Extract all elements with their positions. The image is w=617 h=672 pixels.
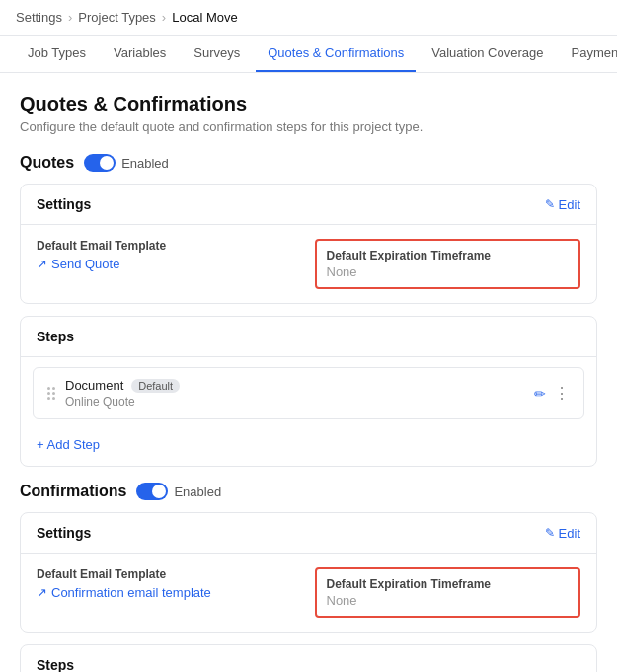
confirmations-email-template-cell: Default Email Template ↗ Confirmation em… <box>37 567 303 618</box>
edit-pencil-icon-2: ✎ <box>545 526 555 540</box>
confirmations-expiration-label: Default Expiration Timeframe <box>327 577 570 591</box>
edit-pencil-icon: ✎ <box>545 197 555 211</box>
quotes-settings-card-header: Settings ✎ Edit <box>21 185 596 225</box>
quotes-toggle[interactable]: Enabled <box>84 154 169 172</box>
quotes-add-step: + Add Step <box>21 429 596 466</box>
confirmations-settings-card-header: Settings ✎ Edit <box>21 513 596 554</box>
confirmations-edit-label: Edit <box>559 526 580 541</box>
breadcrumb: Settings › Project Types › Local Move <box>0 0 617 36</box>
confirmations-email-template-label: Default Email Template <box>37 567 303 581</box>
drag-dot <box>52 392 55 395</box>
breadcrumb-sep-2: › <box>162 10 166 25</box>
quotes-toggle-label: Enabled <box>121 156 169 171</box>
quotes-step-edit-icon[interactable]: ✏ <box>534 386 546 402</box>
quotes-step-badge: Default <box>131 379 180 393</box>
drag-dots <box>47 387 55 400</box>
confirmations-steps-title: Steps <box>37 657 74 672</box>
breadcrumb-sep-1: › <box>68 10 72 25</box>
confirmations-settings-grid: Default Email Template ↗ Confirmation em… <box>21 554 596 632</box>
quotes-steps-title: Steps <box>37 329 74 344</box>
quotes-send-quote-link[interactable]: ↗ Send Quote <box>37 257 303 271</box>
confirmations-section-header: Confirmations Enabled <box>20 483 597 500</box>
drag-dot <box>47 392 50 395</box>
quotes-steps-card: Steps <box>20 316 597 467</box>
quotes-step-more-icon[interactable]: ⋮ <box>554 384 570 403</box>
confirmations-edit-button[interactable]: ✎ Edit <box>545 526 580 541</box>
confirmations-settings-title: Settings <box>37 525 91 541</box>
confirmations-expiration-highlight: Default Expiration Timeframe None <box>315 567 581 618</box>
quotes-settings-title: Settings <box>37 196 91 212</box>
main-content: Quotes & Confirmations Configure the def… <box>0 73 617 672</box>
confirmations-expiration-cell: Default Expiration Timeframe None <box>315 567 581 618</box>
breadcrumb-project-types[interactable]: Project Types <box>78 10 156 25</box>
breadcrumb-local-move: Local Move <box>172 10 237 25</box>
confirmations-section-title: Confirmations <box>20 483 126 500</box>
confirmations-settings-card: Settings ✎ Edit Default Email Template ↗… <box>20 512 597 633</box>
quotes-settings-grid: Default Email Template ↗ Send Quote Defa… <box>21 225 596 303</box>
quotes-section-title: Quotes <box>20 154 74 172</box>
page-subtitle: Configure the default quote and confirma… <box>20 119 597 134</box>
quotes-step-name-row: Document Default <box>65 378 524 393</box>
quotes-expiration-value: None <box>327 264 570 279</box>
quotes-step-item: Document Default Online Quote ✏ ⋮ <box>34 368 583 418</box>
quotes-expiration-label: Default Expiration Timeframe <box>327 249 570 262</box>
quotes-settings-card: Settings ✎ Edit Default Email Template ↗… <box>20 184 597 304</box>
tab-job-types[interactable]: Job Types <box>16 36 98 72</box>
quotes-steps-card-header: Steps <box>21 317 596 357</box>
quotes-email-template-cell: Default Email Template ↗ Send Quote <box>37 239 303 289</box>
confirmations-email-template-link[interactable]: ↗ Confirmation email template <box>37 585 303 600</box>
quotes-step-info: Document Default Online Quote <box>65 378 524 409</box>
quotes-step-sub: Online Quote <box>65 395 524 409</box>
drag-handle[interactable] <box>47 387 55 400</box>
confirmations-toggle[interactable]: Enabled <box>136 483 221 500</box>
quotes-edit-button[interactable]: ✎ Edit <box>545 197 580 212</box>
tab-surveys[interactable]: Surveys <box>182 36 252 72</box>
quotes-section: Quotes Enabled Settings ✎ Edit Default E… <box>20 154 597 467</box>
tab-valuation-coverage[interactable]: Valuation Coverage <box>420 36 555 72</box>
tab-payments[interactable]: Payments <box>559 36 617 72</box>
tab-quotes-confirmations[interactable]: Quotes & Confirmations <box>256 36 416 72</box>
breadcrumb-settings[interactable]: Settings <box>16 10 62 25</box>
tab-variables[interactable]: Variables <box>102 36 178 72</box>
quotes-section-header: Quotes Enabled <box>20 154 597 172</box>
confirmations-steps-card: Steps <box>20 644 597 672</box>
confirmations-toggle-label: Enabled <box>174 485 221 499</box>
confirmations-toggle-switch[interactable] <box>136 483 168 500</box>
quotes-step-actions: ✏ ⋮ <box>534 384 570 403</box>
quotes-add-step-button[interactable]: + Add Step <box>37 437 580 452</box>
drag-dot <box>47 397 50 400</box>
confirmations-steps-card-header: Steps <box>21 645 596 672</box>
page-title: Quotes & Confirmations <box>20 93 597 115</box>
external-link-icon: ↗ <box>37 257 47 271</box>
nav-tabs: Job Types Variables Surveys Quotes & Con… <box>0 36 617 73</box>
quotes-expiration-cell: Default Expiration Timeframe None <box>315 239 581 289</box>
quotes-toggle-switch[interactable] <box>84 154 116 172</box>
quotes-expiration-highlight: Default Expiration Timeframe None <box>315 239 581 289</box>
external-link-icon-2: ↗ <box>37 585 47 600</box>
quotes-step-name: Document <box>65 378 123 393</box>
quotes-edit-label: Edit <box>559 197 580 212</box>
drag-dot <box>52 397 55 400</box>
drag-dot <box>52 387 55 390</box>
confirmations-expiration-value: None <box>327 593 570 608</box>
confirmations-section: Confirmations Enabled Settings ✎ Edit De… <box>20 483 597 672</box>
drag-dot <box>47 387 50 390</box>
quotes-email-template-label: Default Email Template <box>37 239 303 253</box>
quotes-step-item-wrapper: Document Default Online Quote ✏ ⋮ <box>33 367 584 419</box>
